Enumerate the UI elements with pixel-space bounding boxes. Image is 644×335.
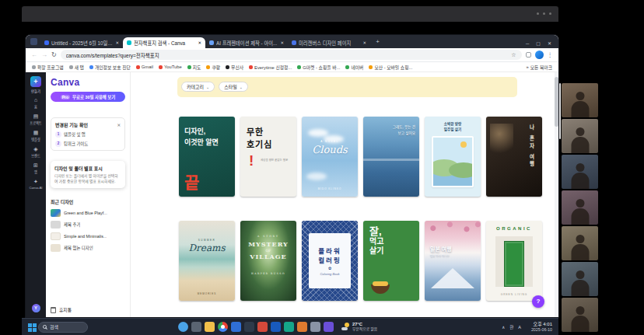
cover-title-line: MYSTERY (240, 240, 296, 248)
taskbar-app-icon[interactable] (310, 322, 320, 332)
recent-design-item[interactable]: Simple and Minimalis... (51, 232, 125, 240)
template-card[interactable]: 디자인, 이것만 알면 끝 (179, 117, 235, 197)
pro-trial-button[interactable]: Pro 무료로 30일 사용해 보기 (51, 92, 125, 102)
clock-time: 오후 4:01 (534, 322, 552, 327)
panel-scrollbar[interactable] (559, 83, 561, 139)
taskbar-app-icon[interactable] (244, 322, 254, 332)
sidebar-item-home[interactable]: ⌂ 홈 (34, 97, 37, 109)
new-tab-button[interactable]: + (373, 38, 382, 45)
forward-button[interactable]: → (41, 52, 47, 58)
bookmark-item[interactable]: 쿠팡 (206, 64, 220, 71)
profile-avatar[interactable] (535, 51, 544, 59)
sidebar-item-apps[interactable]: ⊞ 앱 (33, 162, 38, 174)
template-card[interactable]: A STORY MYSTERY OF VILLAGE HARPER RUSSO (240, 221, 296, 301)
template-card[interactable]: 일본 여행 벚꽃 따라 떠나는 (425, 221, 481, 301)
template-card[interactable]: A NOVEL Clouds MIDO KLINKO (302, 117, 358, 197)
taskbar-app-icon[interactable] (257, 322, 268, 332)
bookmark-item[interactable]: 네이버 (345, 64, 363, 71)
bookmark-item[interactable]: 새 탭 (69, 64, 84, 71)
participant-video-tile[interactable] (562, 155, 598, 189)
template-card[interactable]: ORGANIC GREEN LIVING (486, 221, 542, 301)
tab-title: Untitled - 2025년 6월 10일 1... (51, 40, 113, 47)
participant-video-tile[interactable] (562, 226, 598, 260)
maximize-button[interactable]: ▢ (536, 40, 541, 46)
template-card[interactable]: 소박한 방랑 일주일 살기 (425, 117, 481, 197)
close-button[interactable]: ✕ (548, 40, 551, 46)
minimize-button[interactable]: ─ (526, 41, 529, 46)
address-bar[interactable]: canva.com/s/templates?query=전자책표지 ☆ (61, 50, 522, 60)
recent-design-item[interactable]: Green and Blue Playf... (51, 209, 125, 217)
template-card[interactable]: 플라워 컬러링 ✿ Coloring Book (302, 221, 358, 301)
bookmark-item[interactable]: YouTube (159, 65, 182, 69)
tab-close-icon[interactable]: ✕ (362, 40, 366, 45)
participant-video-tile[interactable] (562, 190, 598, 225)
ime-korean-icon[interactable]: 한 (509, 324, 513, 330)
filter-category[interactable]: 카테고리 ⌄ (181, 82, 215, 92)
tab-close-icon[interactable]: ✕ (280, 40, 284, 45)
sidebar-item-projects[interactable]: ▤ 프로젝트 (30, 113, 41, 125)
recent-design-item[interactable]: 제목 없는 디자인 (51, 244, 125, 252)
taskbar-app-icon[interactable] (178, 322, 188, 332)
participant-video-tile[interactable] (562, 298, 598, 332)
extensions-icon[interactable] (526, 52, 531, 58)
browser-tab[interactable]: 미리캔버스 디자인 페이지 ✕ (288, 37, 370, 48)
template-card[interactable]: 그래도, 웃는 건 보고 싶어요 (363, 117, 419, 197)
participant-video-tile[interactable] (562, 119, 598, 153)
bookmark-item[interactable]: G마켓 - 쇼핑을 바... (297, 64, 340, 71)
tab-close-icon[interactable]: ✕ (198, 40, 201, 45)
tab-close-icon[interactable]: ✕ (115, 40, 119, 45)
taskbar-clock[interactable]: 오후 4:01 2025-06-10 (531, 322, 552, 333)
start-button[interactable] (28, 323, 32, 327)
tray-chevron-icon[interactable]: ∧ (502, 325, 505, 330)
trash-item[interactable]: 휴지통 (51, 306, 125, 313)
taskbar-app-icon[interactable] (271, 322, 281, 332)
sidebar-item-brand[interactable]: ◈ 브랜드 (31, 146, 40, 158)
taskbar-app-icon[interactable] (191, 322, 201, 332)
ime-mode-icon[interactable]: A (518, 325, 521, 330)
taskbar-search[interactable]: 검색 (38, 322, 88, 333)
back-button[interactable]: ← (31, 52, 37, 58)
browser-tab[interactable]: Untitled - 2025년 6월 10일 1... ✕ (40, 37, 123, 48)
create-design-button[interactable]: + (30, 76, 41, 87)
whats-new-item[interactable]: 2 팀워크 가이드 (55, 141, 121, 147)
page-scrollbar[interactable] (555, 72, 558, 317)
cover-title-line: Clouds (302, 144, 358, 155)
bookmark-item[interactable]: 모산 - 모바일 쇼핑... (369, 64, 412, 71)
taskbar-app-icon[interactable] (324, 322, 334, 332)
sidebar-item-canva-ai[interactable]: ✦ Canva AI (30, 179, 43, 190)
template-card[interactable]: SUMMER Dreams MEMORIES (179, 221, 235, 301)
taskbar-app-icon[interactable] (231, 322, 241, 332)
bookmark-item[interactable]: Everytime 신청정... (249, 64, 292, 71)
weather-widget[interactable]: 27°C 부분적으로 맑음 (341, 322, 377, 331)
chrome-icon[interactable] (218, 322, 228, 332)
bookmark-item[interactable]: 개인정보 보호 진단 (89, 64, 131, 71)
template-card[interactable]: 잘, 먹고 살기 (363, 221, 419, 301)
browser-menu-icon[interactable]: ⋮ (548, 51, 554, 58)
browser-tab[interactable]: AI 프레젠테이션 제작 - 아이... ✕ (205, 37, 288, 48)
help-button[interactable]: ? (532, 295, 544, 308)
all-bookmarks-button[interactable]: »모든 북마크 (526, 64, 552, 71)
recent-design-item[interactable]: 제목 추가 (51, 221, 125, 229)
template-card[interactable]: 무한 호기심 ! 세상을 향한 끝없는 질문 (240, 117, 296, 197)
taskbar-app-icon[interactable] (284, 322, 294, 332)
sidebar-item-templates[interactable]: ▦ 템플릿 (31, 130, 40, 141)
close-icon[interactable]: ✕ (117, 123, 121, 127)
bookmark-star-icon[interactable]: ☆ (511, 52, 516, 58)
bookmark-item[interactable]: 무신사 (226, 64, 243, 71)
tab-search-icon[interactable] (30, 38, 37, 45)
bookmark-item[interactable]: 지도 (187, 64, 201, 71)
participant-video-tile[interactable] (562, 262, 598, 296)
bookmark-item[interactable]: Gmail (136, 65, 153, 69)
whats-new-item[interactable]: 1 템플릿 및 앱 (55, 131, 121, 138)
reload-button[interactable]: ↻ (51, 52, 57, 58)
browser-tab-bar: Untitled - 2025년 6월 10일 1... ✕ 전자책표지 검색 … (26, 35, 558, 48)
filter-style[interactable]: 스타일 ⌄ (219, 82, 248, 92)
bookmark-item[interactable]: 확장 프로그램 (32, 64, 64, 71)
file-explorer-icon[interactable] (205, 322, 215, 332)
template-card[interactable]: 나 혼자 여행 (486, 117, 542, 197)
taskbar-app-icon[interactable] (297, 322, 307, 332)
browser-tab-active[interactable]: 전자책표지 검색 - Canva ✕ (123, 37, 205, 48)
filter-chips: 카테고리 ⌄ 스타일 ⌄ (181, 82, 248, 92)
participant-video-tile[interactable] (562, 83, 598, 117)
user-avatar[interactable]: Y (32, 304, 40, 312)
